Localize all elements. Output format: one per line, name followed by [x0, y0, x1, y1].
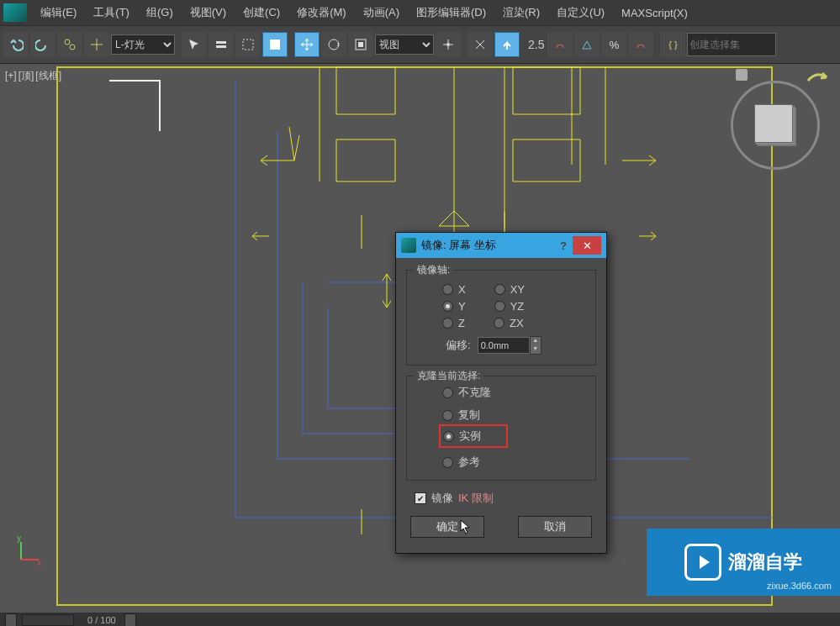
- menu-render[interactable]: 渲染(R): [494, 2, 548, 24]
- named-sel-button[interactable]: { }: [660, 32, 685, 57]
- axis-yz-radio[interactable]: YZ: [494, 300, 525, 313]
- menu-edit[interactable]: 编辑(E): [32, 2, 85, 24]
- menu-modifier[interactable]: 修改器(M): [288, 2, 355, 24]
- close-button[interactable]: ✕: [573, 236, 601, 255]
- main-toolbar: L-灯光 视图 2.5 % { }: [0, 26, 840, 64]
- ok-button[interactable]: 确定: [410, 516, 484, 538]
- menu-tools[interactable]: 工具(T): [85, 2, 138, 24]
- frame-counter: 0 / 100: [79, 615, 124, 625]
- select-button[interactable]: [182, 32, 207, 57]
- svg-point-1: [70, 45, 75, 50]
- watermark: 溜溜自学 zixue.3d66.com: [647, 529, 840, 596]
- clone-instance-radio[interactable]: 实例: [443, 429, 481, 444]
- window-crossing-button[interactable]: [262, 32, 288, 57]
- cancel-button[interactable]: 取消: [518, 516, 592, 538]
- help-button[interactable]: ?: [554, 239, 573, 252]
- svg-point-6: [329, 39, 339, 50]
- snap-toggle-a[interactable]: [547, 32, 573, 57]
- viewport[interactable]: [+][顶][线框] yx 溜溜自学 zixue.3d66.com: [0, 64, 840, 613]
- clone-none-radio[interactable]: 不克隆: [442, 385, 585, 400]
- menu-graph[interactable]: 图形编辑器(D): [408, 2, 494, 24]
- svg-rect-4: [243, 39, 253, 50]
- scale-button[interactable]: [348, 32, 373, 57]
- cursor-icon: [460, 519, 472, 534]
- move-button[interactable]: [294, 32, 320, 57]
- time-slider[interactable]: [22, 614, 74, 626]
- axis-zx-radio[interactable]: ZX: [494, 317, 524, 329]
- instance-highlight: 实例: [439, 424, 508, 448]
- clone-group: 克隆当前选择: 不克隆 复制 实例 参考: [406, 376, 596, 481]
- svg-point-0: [65, 39, 70, 45]
- mirror-axis-group: 镜像轴: X XY Y YZ Z ZX 偏移: ▲▼: [406, 270, 596, 366]
- lock-icon[interactable]: [736, 69, 748, 81]
- angle-snap-button[interactable]: [574, 32, 600, 57]
- scroll-left[interactable]: [5, 613, 17, 626]
- clone-copy-radio[interactable]: 复制: [442, 408, 585, 423]
- svg-rect-5: [270, 39, 280, 50]
- axis-y-radio[interactable]: Y: [442, 300, 466, 313]
- menu-bar: 编辑(E) 工具(T) 组(G) 视图(V) 创建(C) 修改器(M) 动画(A…: [0, 0, 840, 26]
- menu-group[interactable]: 组(G): [138, 2, 182, 24]
- rotate-button[interactable]: [321, 32, 346, 57]
- clone-reference-radio[interactable]: 参考: [442, 455, 585, 470]
- keyboard-shortcut-button[interactable]: [494, 32, 520, 57]
- manip-button[interactable]: [468, 32, 493, 57]
- redo-button[interactable]: [30, 32, 55, 57]
- mirror-ik-label-b: IK 限制: [458, 491, 494, 506]
- scroll-right[interactable]: [124, 613, 136, 626]
- mirror-ik-checkbox[interactable]: ✔: [415, 492, 426, 504]
- axis-group-label: 镜像轴:: [414, 263, 453, 277]
- app-icon: [401, 238, 416, 253]
- pivot-button[interactable]: [436, 32, 461, 57]
- view-cube[interactable]: [731, 81, 815, 165]
- dialog-title: 镜像: 屏幕 坐标: [421, 238, 496, 253]
- offset-input[interactable]: [478, 337, 530, 354]
- watermark-brand: 溜溜自学: [728, 550, 802, 575]
- svg-rect-2: [216, 41, 226, 44]
- percent-snap-button[interactable]: %: [601, 32, 626, 57]
- axis-gizmo: yx: [10, 537, 44, 571]
- app-logo: [3, 3, 27, 22]
- menu-create[interactable]: 创建(C): [235, 2, 288, 24]
- menu-view[interactable]: 视图(V): [182, 2, 235, 24]
- menu-anim[interactable]: 动画(A): [355, 2, 408, 24]
- axis-x-radio[interactable]: X: [442, 283, 466, 296]
- mirror-ik-label-a: 镜像: [431, 491, 453, 506]
- dialog-titlebar[interactable]: 镜像: 屏幕 坐标 ? ✕: [396, 233, 606, 258]
- menu-custom[interactable]: 自定义(U): [548, 2, 613, 24]
- play-icon: [684, 544, 721, 581]
- snap-value: 2.5: [526, 38, 546, 51]
- watermark-url: zixue.3d66.com: [767, 581, 832, 591]
- select-region-button[interactable]: [235, 32, 261, 57]
- snap-toggle-b[interactable]: [628, 32, 653, 57]
- select-name-button[interactable]: [209, 32, 234, 57]
- offset-label: 偏移:: [446, 338, 471, 353]
- undo-button[interactable]: [3, 32, 29, 57]
- axis-xy-radio[interactable]: XY: [494, 283, 525, 296]
- selection-filter[interactable]: L-灯光: [111, 34, 175, 55]
- coord-system[interactable]: 视图: [375, 34, 434, 55]
- status-bar: 0 / 100: [0, 613, 840, 626]
- clone-group-label: 克隆当前选择:: [414, 369, 483, 383]
- menu-maxscript[interactable]: MAXScript(X): [613, 3, 696, 23]
- mirror-dialog: 镜像: 屏幕 坐标 ? ✕ 镜像轴: X XY Y YZ Z ZX: [395, 232, 607, 554]
- axis-z-radio[interactable]: Z: [442, 317, 465, 329]
- selection-set-input[interactable]: [687, 33, 776, 56]
- svg-rect-3: [216, 45, 226, 48]
- svg-point-9: [446, 43, 450, 46]
- offset-spinner[interactable]: ▲▼: [478, 336, 542, 355]
- svg-rect-8: [358, 42, 363, 47]
- link-button[interactable]: [57, 32, 82, 57]
- orbit-arrow-icon[interactable]: [805, 69, 830, 86]
- unlink-button[interactable]: [84, 32, 109, 57]
